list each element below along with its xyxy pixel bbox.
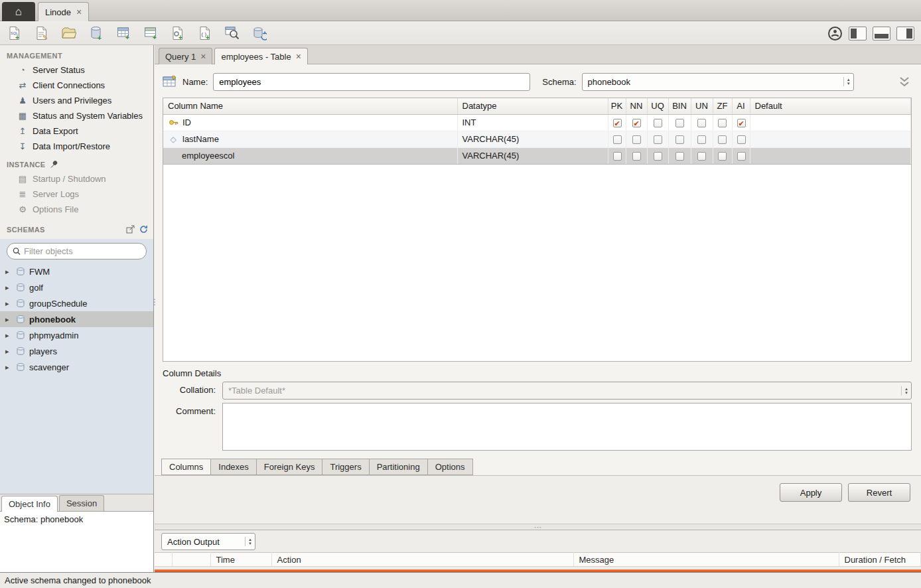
uq-checkbox[interactable] <box>654 152 662 161</box>
close-icon[interactable]: × <box>296 52 301 61</box>
datatype-cell[interactable]: VARCHAR(45) <box>457 131 608 147</box>
chevron-right-icon[interactable]: ▸ <box>5 363 12 372</box>
toggle-sidebar-button[interactable] <box>849 27 867 40</box>
table-row-id[interactable]: ID INT ✔ ✔ ✔ <box>163 114 911 131</box>
zf-checkbox[interactable] <box>718 152 727 161</box>
sidebar-resize-handle[interactable]: ⋮ <box>151 297 159 307</box>
tab-employees-table[interactable]: employees - Table × <box>214 48 307 64</box>
sidebar-item-data-export[interactable]: ↥ Data Export <box>0 123 153 139</box>
pk-checkbox[interactable] <box>613 135 622 144</box>
nn-checkbox[interactable] <box>632 152 641 161</box>
table-row-lastname[interactable]: ◇ lastName VARCHAR(45) <box>163 131 911 147</box>
sidebar-item-data-import[interactable]: ↧ Data Import/Restore <box>0 139 153 154</box>
collapse-header-icon[interactable] <box>897 76 912 88</box>
bin-checkbox[interactable] <box>675 152 684 161</box>
comment-textarea[interactable] <box>222 403 912 451</box>
connection-tab-linode[interactable]: Linode × <box>38 2 89 21</box>
ai-checkbox[interactable] <box>737 135 746 144</box>
tab-object-info[interactable]: Object Info <box>1 496 58 512</box>
uq-checkbox[interactable] <box>654 119 662 127</box>
chevron-right-icon[interactable]: ▸ <box>5 299 12 308</box>
new-sql-tab-icon[interactable]: SQL+ <box>7 25 23 41</box>
expand-panel-icon[interactable] <box>126 225 135 234</box>
uq-checkbox[interactable] <box>654 135 662 144</box>
new-sql-script-icon[interactable]: ✎ <box>34 25 50 41</box>
schema-item-phpmyadmin[interactable]: ▸ phpmyadmin <box>0 327 153 343</box>
tab-indexes[interactable]: Indexes <box>211 459 257 475</box>
create-procedure-icon[interactable]: + <box>170 25 186 41</box>
default-cell[interactable] <box>750 131 911 147</box>
schema-item-golf[interactable]: ▸ golf <box>0 279 153 295</box>
tab-columns[interactable]: Columns <box>161 459 211 475</box>
schema-item-groupschedule[interactable]: ▸ groupSchedule <box>0 295 153 311</box>
ai-checkbox[interactable]: ✔ <box>737 119 746 127</box>
sidebar-item-users-privileges[interactable]: ♟ Users and Privileges <box>0 93 153 108</box>
output-splitter[interactable]: ⋯ <box>155 524 921 530</box>
search-table-data-icon[interactable] <box>224 25 240 41</box>
ai-checkbox[interactable] <box>737 152 746 161</box>
toggle-output-area-button[interactable] <box>873 27 890 40</box>
apply-button[interactable]: Apply <box>780 483 842 502</box>
schema-item-scavenger[interactable]: ▸ scavenger <box>0 359 153 375</box>
tab-query-1[interactable]: Query 1 × <box>159 48 212 64</box>
close-icon[interactable]: × <box>200 52 206 61</box>
schema-item-fwm[interactable]: ▸ FWM <box>0 263 153 279</box>
table-name-input[interactable] <box>213 73 530 91</box>
close-icon[interactable]: × <box>76 7 82 17</box>
zf-checkbox[interactable] <box>718 135 727 144</box>
tab-triggers[interactable]: Triggers <box>322 459 369 475</box>
collation-select[interactable]: *Table Default* ▲▼ <box>222 382 912 400</box>
bin-checkbox[interactable] <box>675 119 684 127</box>
zf-checkbox[interactable] <box>718 119 727 127</box>
create-schema-icon[interactable]: + <box>88 25 104 41</box>
table-row-employeescol[interactable]: employeescol VARCHAR(45) <box>163 147 911 164</box>
schema-item-players[interactable]: ▸ players <box>0 343 153 359</box>
schema-filter-box[interactable] <box>7 243 147 259</box>
default-cell[interactable] <box>750 147 911 164</box>
revert-button[interactable]: Revert <box>848 483 910 502</box>
chevron-right-icon[interactable]: ▸ <box>5 347 12 356</box>
tab-partitioning[interactable]: Partitioning <box>370 459 428 475</box>
chevron-right-icon[interactable]: ▸ <box>5 267 12 276</box>
collation-row: Collation: *Table Default* ▲▼ <box>163 382 912 400</box>
sidebar-item-options-file[interactable]: ⚙ Options File <box>0 202 153 217</box>
bin-checkbox[interactable] <box>675 135 684 144</box>
chevron-right-icon[interactable]: ▸ <box>5 315 12 324</box>
pk-checkbox[interactable]: ✔ <box>613 119 622 127</box>
sidebar-item-server-status[interactable]: ◔ Server Status <box>0 62 153 78</box>
pk-checkbox[interactable] <box>613 152 622 161</box>
toggle-secondary-sidebar-button[interactable] <box>896 27 914 40</box>
create-table-icon[interactable]: + <box>115 25 131 41</box>
tab-session[interactable]: Session <box>59 495 104 511</box>
create-view-icon[interactable]: + <box>143 25 159 41</box>
create-function-icon[interactable]: ( )+ <box>197 25 213 41</box>
chevron-right-icon[interactable]: ▸ <box>5 283 12 292</box>
sidebar-item-client-connections[interactable]: ⇄ Client Connections <box>0 78 153 93</box>
tab-options[interactable]: Options <box>428 459 473 475</box>
tab-foreign-keys[interactable]: Foreign Keys <box>257 459 323 475</box>
datatype-cell[interactable]: VARCHAR(45) <box>457 147 608 164</box>
home-tab[interactable]: ⌂ <box>2 2 35 21</box>
sidebar-item-system-variables[interactable]: ▦ Status and System Variables <box>0 108 153 123</box>
nn-checkbox[interactable] <box>632 135 641 144</box>
refresh-schemas-icon[interactable] <box>139 225 148 234</box>
reconnect-dbms-icon[interactable] <box>251 25 267 41</box>
un-checkbox[interactable] <box>697 152 706 161</box>
open-sql-script-icon[interactable] <box>61 25 77 41</box>
output-view-select[interactable]: Action Output ▲▼ <box>161 533 255 550</box>
default-cell[interactable] <box>750 114 911 131</box>
sidebar-item-label: Users and Privileges <box>33 96 111 106</box>
schema-item-phonebook[interactable]: ▸ phonebook <box>0 311 153 327</box>
schema-filter-input[interactable] <box>24 246 141 256</box>
chevron-right-icon[interactable]: ▸ <box>5 331 12 340</box>
un-checkbox[interactable] <box>697 119 706 127</box>
sidebar-item-server-logs[interactable]: ≣ Server Logs <box>0 186 153 202</box>
un-checkbox[interactable] <box>697 135 706 144</box>
action-output-table: Time Action Message Duration / Fetch <box>155 552 921 567</box>
instance-title-label: INSTANCE <box>7 161 46 169</box>
nn-checkbox[interactable]: ✔ <box>632 119 641 127</box>
options-file-icon: ⚙ <box>17 204 28 214</box>
schema-select[interactable]: phonebook ▲▼ <box>582 73 854 91</box>
sidebar-item-startup-shutdown[interactable]: ▤ Startup / Shutdown <box>0 171 153 186</box>
datatype-cell[interactable]: INT <box>457 114 608 131</box>
